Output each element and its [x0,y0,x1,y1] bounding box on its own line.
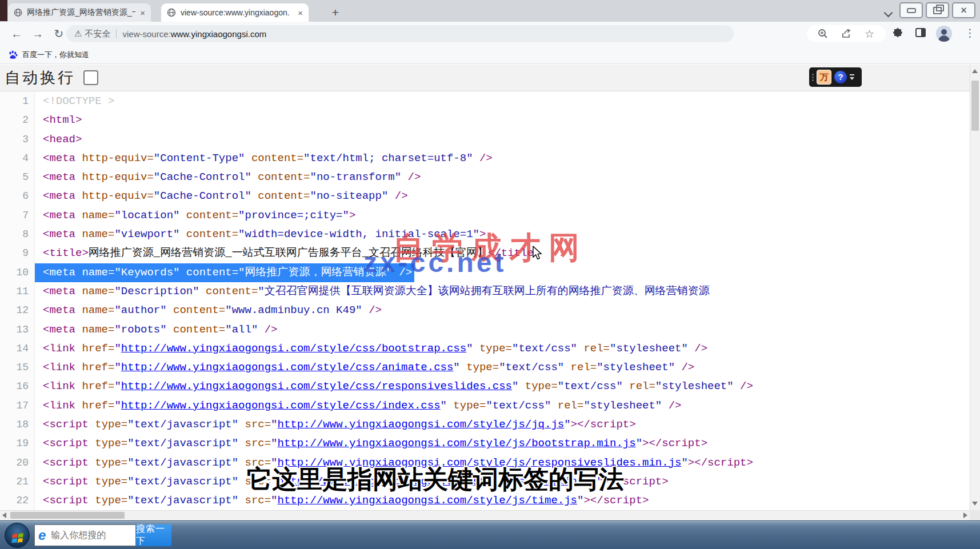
source-link[interactable]: http://www.yingxiaogongsi.com/style/js/b… [278,437,636,450]
code-token: <meta [43,266,75,279]
taskbar-search[interactable]: e [34,524,136,546]
source-link[interactable]: http://www.yingxiaogongsi.com/style/css/… [121,380,512,392]
source-link[interactable]: http://www.yingxiaogongsi.com/style/js/j… [278,418,565,431]
zoom-icon[interactable] [817,27,829,40]
code-token: > [349,209,355,222]
tab-view-source[interactable]: view-source:www.yingxiaogon... × [161,3,309,22]
tab-close-icon[interactable]: × [140,9,145,17]
code-token: <link [43,399,75,412]
code-token: "text/javascript" [127,456,238,469]
code-token: content= [167,304,226,316]
code-token: <!DOCTYPE > [43,95,114,107]
code-token: " [564,418,570,431]
source-line-1: 1<!DOCTYPE > [0,92,970,111]
scroll-down-arrow-icon[interactable] [972,502,978,506]
close-button[interactable]: × [952,2,975,18]
line-code: <meta http-equiv="Cache-Control" content… [35,187,410,206]
new-tab-button[interactable]: + [328,5,343,20]
globe-icon [167,8,176,17]
side-panel-icon[interactable] [915,28,926,37]
forward-button[interactable]: → [30,26,45,41]
code-token: <script [43,456,89,469]
profile-avatar[interactable] [936,26,952,42]
line-number: 8 [0,225,35,244]
code-token: "no-siteapp" [310,190,389,202]
code-token: </title> [488,247,540,259]
code-token: "stylesheet" [597,361,675,374]
code-token: "stylesheet" [610,342,688,355]
search-button[interactable]: 搜索一下 [136,524,171,546]
minimize-button[interactable] [899,2,923,18]
close-icon: × [961,6,967,15]
recorder-help-button[interactable]: ? [834,71,847,83]
bookmark-item-baidu[interactable]: 百度一下，你就知道 [22,50,89,60]
code-token: type= [89,494,127,507]
code-token: "text/css" [512,342,577,355]
code-token: content= [179,266,238,279]
source-link[interactable]: http://www.yingxiaogongsi.com/style/js/w… [278,475,597,488]
line-code: <meta http-equiv="Content-Type" content=… [35,149,495,168]
horizontal-scrollbar[interactable] [0,510,970,520]
scroll-right-arrow-icon[interactable] [963,512,967,518]
scroll-up-arrow-icon[interactable] [972,69,978,73]
code-token: <meta [43,209,75,222]
share-icon[interactable] [840,27,853,40]
source-line-10: 10<meta name="Keywords" content="网络推广资源，… [0,263,970,282]
code-token: type= [89,437,127,450]
vertical-scrollbar[interactable] [970,65,980,510]
code-token: src= [238,494,271,507]
extensions-puzzle-icon[interactable] [891,27,904,40]
source-line-13: 13<meta name="robots" content="all" /> [0,320,970,339]
code-token: content= [251,190,310,202]
browser-menu-icon[interactable]: ⋮ [965,26,975,39]
search-input[interactable] [50,530,121,541]
code-token: "text/javascript" [127,494,238,507]
code-token: " [114,380,121,392]
code-token: /> [734,380,753,392]
source-line-14: 14<link href="http://www.yingxiaogongsi.… [0,339,970,358]
bookmark-star-icon[interactable]: ☆ [863,27,876,40]
code-token: name= [75,228,114,241]
line-number: 3 [0,130,35,149]
code-token: "province=;city=" [238,209,349,222]
code-token: content= [179,209,238,222]
code-token: "text/css" [486,399,551,412]
source-line-20: 20<script type="text/javascript" src="ht… [0,454,970,472]
line-number: 4 [0,149,35,168]
code-token: content= [199,285,258,298]
code-token: <meta [43,285,75,298]
address-bar[interactable]: ⚠ 不安全 view-source: www.yingxiaogongsi.co… [66,25,734,42]
line-wrap-checkbox[interactable] [83,70,98,85]
line-number: 11 [0,282,35,301]
scroll-left-arrow-icon[interactable] [2,512,6,518]
start-button[interactable] [5,523,30,548]
url-host: www.yingxiaogongsi.com [171,29,267,39]
line-code: <title>网络推广资源_网络营销资源_一站式互联网广告服务平台_文召召网络科… [35,244,542,263]
source-link[interactable]: http://www.yingxiaogongsi.com/style/js/r… [278,456,682,469]
recorder-drag-handle[interactable] [812,74,814,81]
source-link[interactable]: http://www.yingxiaogongsi.com/style/css/… [121,342,466,355]
tab-homepage[interactable]: 网络推广资源_网络营销资源_一... × [8,3,151,22]
restore-button[interactable] [926,2,949,18]
code-token: "文召召官网提供【互联网资源大全】该网站拥有互联网上所有的网络推广资源、网络营销… [258,285,709,298]
source-link[interactable]: http://www.yingxiaogongsi.com/style/js/t… [278,494,578,507]
recorder-collapse-controls[interactable] [850,74,854,80]
code-token: href= [75,399,114,412]
restore-icon [933,7,942,14]
back-button[interactable]: ← [9,26,24,41]
horizontal-scroll-thumb[interactable] [10,512,125,519]
tab-close-icon[interactable]: × [298,9,303,17]
line-code: <head> [35,130,84,149]
source-link[interactable]: http://www.yingxiaogongsi.com/style/css/… [121,361,454,374]
taskbar: e 搜索一下 ✦ 52 12:31 周二 2023/10/3 [0,520,980,549]
tab-search-chevron-icon[interactable] [885,8,892,15]
source-link[interactable]: http://www.yingxiaogongsi.com/style/css/… [121,399,441,412]
recorder-app-icon[interactable]: 万 [817,70,831,85]
code-token: > [479,228,486,241]
line-number: 18 [0,415,35,434]
code-token: http-equiv= [75,171,154,183]
code-token: href= [75,361,114,374]
reload-button[interactable]: ↻ [51,26,66,41]
vertical-scroll-thumb[interactable] [971,81,979,131]
code-token: <script [43,494,89,507]
